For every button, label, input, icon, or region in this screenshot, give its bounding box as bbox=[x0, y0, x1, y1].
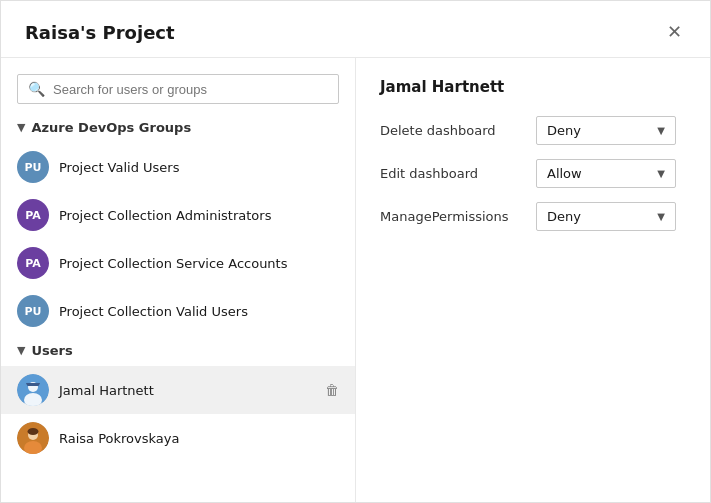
list-item[interactable]: PU Project Valid Users bbox=[1, 143, 355, 191]
chevron-down-icon: ▼ bbox=[657, 125, 665, 136]
close-button[interactable]: ✕ bbox=[663, 19, 686, 45]
permissions-dialog: Raisa's Project ✕ 🔍 ▼ Azure DevOps Group… bbox=[0, 0, 711, 503]
chevron-down-icon: ▼ bbox=[657, 211, 665, 222]
permission-label: ManagePermissions bbox=[380, 209, 520, 224]
svg-rect-4 bbox=[26, 383, 40, 385]
user-name: Jamal Hartnett bbox=[59, 383, 154, 398]
delete-dashboard-select[interactable]: Deny ▼ bbox=[536, 116, 676, 145]
select-value: Deny bbox=[547, 209, 649, 224]
avatar bbox=[17, 422, 49, 454]
permission-row: ManagePermissions Deny ▼ bbox=[380, 202, 686, 231]
avatar: PU bbox=[17, 295, 49, 327]
avatar bbox=[17, 374, 49, 406]
group-name: Project Collection Service Accounts bbox=[59, 256, 287, 271]
permission-label: Edit dashboard bbox=[380, 166, 520, 181]
users-section-label: Users bbox=[31, 343, 72, 358]
dialog-title: Raisa's Project bbox=[25, 22, 175, 43]
list-item[interactable]: Raisa Pokrovskaya 🗑 bbox=[1, 414, 355, 462]
delete-icon[interactable]: 🗑 bbox=[325, 382, 339, 398]
group-name: Project Valid Users bbox=[59, 160, 179, 175]
right-panel: Jamal Hartnett Delete dashboard Deny ▼ E… bbox=[356, 58, 710, 502]
chevron-down-icon: ▼ bbox=[657, 168, 665, 179]
users-section-header[interactable]: ▼ Users bbox=[1, 335, 355, 366]
selected-user-title: Jamal Hartnett bbox=[380, 78, 686, 96]
avatar: PA bbox=[17, 199, 49, 231]
dialog-body: 🔍 ▼ Azure DevOps Groups PU Project Valid… bbox=[1, 58, 710, 502]
search-box[interactable]: 🔍 bbox=[17, 74, 339, 104]
dialog-header: Raisa's Project ✕ bbox=[1, 1, 710, 58]
chevron-down-icon: ▼ bbox=[17, 121, 25, 134]
azure-devops-groups-label: Azure DevOps Groups bbox=[31, 120, 191, 135]
search-input[interactable] bbox=[53, 82, 328, 97]
select-value: Deny bbox=[547, 123, 649, 138]
permission-row: Delete dashboard Deny ▼ bbox=[380, 116, 686, 145]
permission-row: Edit dashboard Allow ▼ bbox=[380, 159, 686, 188]
permission-label: Delete dashboard bbox=[380, 123, 520, 138]
group-name: Project Collection Administrators bbox=[59, 208, 271, 223]
list-item[interactable]: Jamal Hartnett 🗑 bbox=[1, 366, 355, 414]
azure-devops-groups-header[interactable]: ▼ Azure DevOps Groups bbox=[1, 112, 355, 143]
select-value: Allow bbox=[547, 166, 649, 181]
avatar: PU bbox=[17, 151, 49, 183]
manage-permissions-select[interactable]: Deny ▼ bbox=[536, 202, 676, 231]
group-name: Project Collection Valid Users bbox=[59, 304, 248, 319]
edit-dashboard-select[interactable]: Allow ▼ bbox=[536, 159, 676, 188]
avatar: PA bbox=[17, 247, 49, 279]
list-item[interactable]: PA Project Collection Administrators bbox=[1, 191, 355, 239]
list-item[interactable]: PU Project Collection Valid Users bbox=[1, 287, 355, 335]
search-container: 🔍 bbox=[1, 58, 355, 112]
left-panel: 🔍 ▼ Azure DevOps Groups PU Project Valid… bbox=[1, 58, 356, 502]
list-item[interactable]: PA Project Collection Service Accounts bbox=[1, 239, 355, 287]
user-name: Raisa Pokrovskaya bbox=[59, 431, 179, 446]
chevron-down-icon: ▼ bbox=[17, 344, 25, 357]
svg-point-7 bbox=[28, 428, 39, 435]
search-icon: 🔍 bbox=[28, 81, 45, 97]
